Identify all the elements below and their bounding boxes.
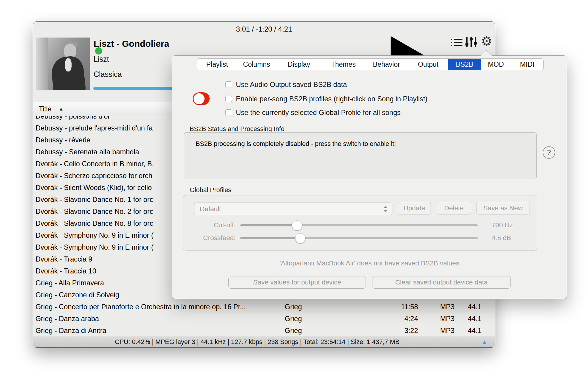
update-button[interactable]: Update [398, 202, 431, 214]
now-playing-artist: Liszt [94, 55, 109, 63]
tab-columns[interactable]: Columns [237, 59, 276, 70]
cutoff-label: Cut-off: [172, 221, 236, 229]
tab-display[interactable]: Display [276, 59, 322, 70]
title-column-label: Title [39, 105, 52, 113]
crossfeed-label: Crossfeed: [172, 234, 236, 242]
bs2b-status-section-label: BS2B Status and Processing Info [190, 125, 284, 133]
per-song-profiles-checkbox[interactable] [225, 96, 232, 102]
settings-popover: Playlist Columns Display Themes Behavior… [172, 55, 567, 299]
cutoff-slider-thumb[interactable] [292, 220, 302, 231]
bs2b-status-box: BS2B processing is completely disabled -… [184, 132, 537, 179]
status-bar-text: CPU: 0.42% | MPEG layer 3 | 44.1 kHz | 1… [33, 338, 481, 346]
tab-playlist[interactable]: Playlist [197, 59, 237, 70]
save-as-new-button[interactable]: Save as New [476, 202, 530, 214]
stepper-icon [384, 206, 387, 213]
use-audio-output-checkbox[interactable] [225, 81, 232, 88]
cutoff-slider-fill [240, 224, 297, 226]
help-button[interactable]: ? [543, 146, 555, 159]
delete-button[interactable]: Delete [437, 202, 471, 214]
clear-device-data-button[interactable]: Clear saved output device data [372, 276, 511, 289]
sort-ascending-icon: ▲ [59, 106, 64, 112]
tab-bs2b[interactable]: BS2B [448, 59, 481, 70]
cutoff-slider-track[interactable] [240, 224, 478, 226]
crossfeed-slider-track[interactable] [240, 237, 478, 239]
per-song-profiles-label: Enable per-song BS2B profiles (right-cli… [236, 95, 428, 103]
tab-themes[interactable]: Themes [322, 59, 365, 70]
album-art-background [36, 38, 48, 90]
crossfeed-value: 4.5 dB [492, 234, 511, 242]
tab-behavior[interactable]: Behavior [365, 59, 408, 70]
table-row[interactable]: Grieg - Danza araba Grieg 4:24 MP3 44.1 [33, 313, 495, 325]
global-profile-all-songs-label: Use the currently selected Global Profil… [236, 109, 401, 117]
crossfeed-slider-thumb[interactable] [295, 233, 305, 243]
table-row[interactable]: Grieg - Danza di Anitra Grieg 3:22 MP3 4… [33, 325, 495, 337]
now-playing-title: Liszt - Gondoliera [94, 39, 169, 49]
bs2b-status-message: BS2B processing is completely disabled -… [196, 140, 396, 148]
device-message: 'Altoparlanti MacBook Air' does not have… [172, 259, 567, 267]
crossfeed-slider-fill [240, 237, 300, 239]
global-profile-all-songs-checkbox[interactable] [225, 109, 232, 116]
profile-select-value: Default [200, 205, 221, 213]
cutoff-value: 700 Hz [492, 221, 513, 229]
divider [544, 64, 567, 64]
settings-tab-bar: Playlist Columns Display Themes Behavior… [197, 58, 544, 70]
status-bar: CPU: 0.42% | MPEG layer 3 | 44.1 kHz | 1… [33, 336, 495, 347]
tab-output[interactable]: Output [408, 59, 448, 70]
scroll-to-top-icon[interactable]: ▲ [482, 339, 487, 345]
tab-mod[interactable]: MOD [481, 59, 511, 70]
now-playing-album: Classica [94, 70, 122, 79]
album-art [36, 38, 90, 90]
divider [172, 64, 197, 64]
tab-midi[interactable]: MIDI [511, 59, 543, 70]
global-profiles-section-label: Global Profiles [190, 186, 231, 194]
bs2b-enable-toggle[interactable] [193, 92, 210, 105]
table-row[interactable]: Grieg - Concerto per Pianoforte e Orches… [33, 301, 495, 313]
playlist-icon[interactable] [451, 38, 463, 46]
profile-select[interactable]: Default [194, 203, 392, 215]
equalizer-icon[interactable] [465, 37, 477, 47]
save-device-values-button[interactable]: Save values for output device [228, 276, 366, 289]
gear-icon[interactable]: ⚙ [479, 33, 494, 49]
album-art-figure [65, 58, 72, 71]
toggle-knob [194, 93, 205, 104]
use-audio-output-label: Use Audio Output saved BS2B data [236, 81, 347, 89]
transport-time: 3:01 / -1:20 / 4:21 [33, 25, 495, 33]
